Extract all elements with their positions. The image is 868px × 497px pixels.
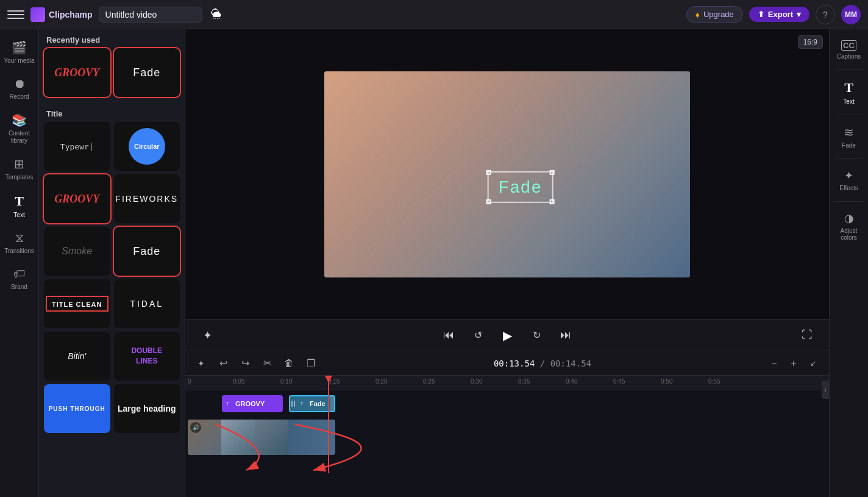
handle-tr[interactable]: [549, 170, 554, 174]
upgrade-button[interactable]: ♦ Upgrade: [686, 6, 743, 23]
your-media-icon: 🎬: [12, 40, 27, 55]
timeline-body[interactable]: 0 0:05 0:10 0:15 0:20 0:25 0:30 0:35 0:4…: [185, 376, 829, 497]
timeline-collapse-right[interactable]: ‹: [822, 381, 829, 399]
panel-item-bitin[interactable]: Bitin': [44, 332, 110, 381]
zoom-controls: − + ↙: [766, 355, 822, 372]
export-button[interactable]: ⬆ Export ▾: [749, 7, 809, 22]
handle-tl[interactable]: [486, 170, 491, 174]
double-lines-label: DoubleLines: [131, 346, 162, 366]
app-name: Clipchamp: [49, 10, 93, 20]
panel-item-clean-title[interactable]: Title Clean: [44, 279, 110, 328]
total-time-value: 00:14.54: [550, 359, 591, 368]
video-title-input[interactable]: [99, 7, 202, 23]
panel-item-smoke[interactable]: Smoke: [44, 227, 110, 276]
magic-button[interactable]: ✦: [197, 326, 217, 345]
right-panel-captions[interactable]: CC Captions: [832, 35, 866, 65]
fade-recent-label: Fade: [133, 66, 160, 79]
content-library-icon: 📚: [12, 113, 27, 127]
right-panel-fade[interactable]: ≋ Fade: [832, 120, 866, 154]
current-time: 00:13.54: [494, 359, 535, 368]
ruler-mark-30: 0:30: [471, 378, 482, 385]
zoom-out-button[interactable]: −: [766, 355, 783, 372]
fade-rp-label: Fade: [842, 142, 856, 149]
panel-item-typewriter[interactable]: Typewr|: [44, 122, 110, 171]
video-thumb-2: [221, 420, 255, 455]
sidebar-item-content-library[interactable]: 📚 Content library: [0, 107, 39, 151]
collapse-timeline-button[interactable]: ↙: [805, 355, 822, 372]
sidebar-item-text[interactable]: T Text: [0, 187, 39, 225]
panel-item-push-through[interactable]: PUSH THROUGH: [44, 384, 110, 433]
panel-item-large-heading[interactable]: Large heading: [114, 384, 180, 433]
sidebar-item-label-content-library: Content library: [2, 130, 37, 145]
ruler-mark-10: 0:10: [280, 378, 292, 385]
panel-item-groovy-title[interactable]: GROOVY: [44, 174, 110, 223]
right-panel-effects[interactable]: ✦ Effects: [832, 164, 866, 196]
ruler-mark-20: 0:20: [375, 378, 387, 385]
panel-item-fade-title[interactable]: Fade: [114, 227, 180, 276]
sidebar-item-brand-kit[interactable]: 🏷 Brand: [0, 261, 39, 297]
sidebar-item-record[interactable]: ⏺ Record: [0, 71, 39, 107]
total-time: /: [540, 359, 550, 368]
title-section-title: Title: [39, 103, 185, 122]
rewind-button[interactable]: ↺: [468, 326, 488, 345]
panel-item-fade-recent[interactable]: Fade: [114, 48, 180, 97]
panel-item-groovy-recent[interactable]: GROOVY: [44, 48, 110, 97]
handle-bl[interactable]: [486, 199, 491, 204]
sidebar-item-label-text: Text: [13, 212, 24, 219]
skip-forward-button[interactable]: ⏭: [556, 326, 575, 345]
panel-item-double-lines[interactable]: DoubleLines: [114, 332, 180, 381]
handle-br[interactable]: [549, 199, 554, 204]
sidebar-item-label-transitions: Transitions: [4, 248, 34, 255]
circular-label: Circular: [134, 143, 160, 150]
adjust-colors-icon: ◑: [844, 212, 854, 225]
text-rp-icon: T: [844, 80, 853, 96]
ruler-mark-50: 0:50: [661, 378, 672, 385]
fade-rp-icon: ≋: [844, 125, 854, 140]
groovy-clip[interactable]: T GROOVY: [222, 395, 283, 412]
video-thumb-3: [255, 420, 288, 455]
typewriter-label: Typewr|: [60, 142, 94, 151]
video-speaker-icon: 🔊: [190, 422, 201, 433]
captions-icon: CC: [841, 40, 856, 51]
magic-tool-button[interactable]: ✦: [193, 355, 210, 372]
fullscreen-button[interactable]: ⛶: [797, 326, 817, 345]
text-overlay[interactable]: Fade: [488, 171, 553, 202]
fade-clip-resize-handle[interactable]: [330, 396, 334, 411]
video-track: 🔊: [185, 418, 829, 456]
right-panel-text[interactable]: T Text: [832, 75, 866, 110]
duplicate-button[interactable]: ❐: [302, 355, 319, 372]
sidebar-item-templates[interactable]: ⊞ Templates: [0, 151, 39, 187]
forward-button[interactable]: ↻: [527, 326, 546, 345]
help-button[interactable]: ?: [816, 5, 835, 24]
aspect-ratio-badge[interactable]: 16:9: [798, 35, 823, 49]
sidebar-item-transitions[interactable]: ⧖ Transitions: [0, 225, 39, 261]
undo-button[interactable]: ↩: [215, 355, 232, 372]
effects-label: Effects: [839, 185, 858, 191]
right-panel-adjust-colors[interactable]: ◑ Adjust colors: [832, 207, 866, 246]
avatar[interactable]: MM: [841, 5, 861, 24]
fade-clip-type-icon: T: [296, 401, 307, 407]
cut-button[interactable]: ✂: [258, 355, 276, 372]
text-clips-track: T GROOVY T Fade: [185, 393, 829, 415]
skip-back-button[interactable]: ⏮: [439, 326, 458, 345]
captions-label: Captions: [837, 53, 861, 60]
panel-item-circular[interactable]: Circular: [114, 122, 180, 171]
video-clip[interactable]: 🔊: [188, 420, 335, 455]
effects-icon: ✦: [844, 169, 853, 182]
timeline-toolbar: ✦ ↩ ↪ ✂ 🗑 ❐ 00:13.54 / 00:14.54 − + ↙: [185, 351, 829, 376]
divider-1: [834, 70, 863, 70]
export-chevron: ▾: [797, 10, 801, 19]
play-button[interactable]: ▶: [497, 326, 517, 345]
sidebar-item-label-brand-kit: Brand: [11, 284, 27, 291]
fade-clip[interactable]: T Fade: [289, 395, 335, 412]
fireworks-label: Fireworks: [115, 194, 178, 204]
video-preview: Fade: [324, 71, 690, 277]
redo-button[interactable]: ↪: [237, 355, 254, 372]
zoom-in-button[interactable]: +: [785, 355, 802, 372]
panel-item-fireworks[interactable]: Fireworks: [114, 174, 180, 223]
menu-button[interactable]: [7, 6, 24, 23]
delete-button[interactable]: 🗑: [280, 355, 297, 372]
sidebar-item-your-media[interactable]: 🎬 Your media: [0, 34, 39, 71]
brand-kit-icon: 🏷: [13, 267, 26, 281]
panel-item-tidal[interactable]: TIDAL: [114, 279, 180, 328]
